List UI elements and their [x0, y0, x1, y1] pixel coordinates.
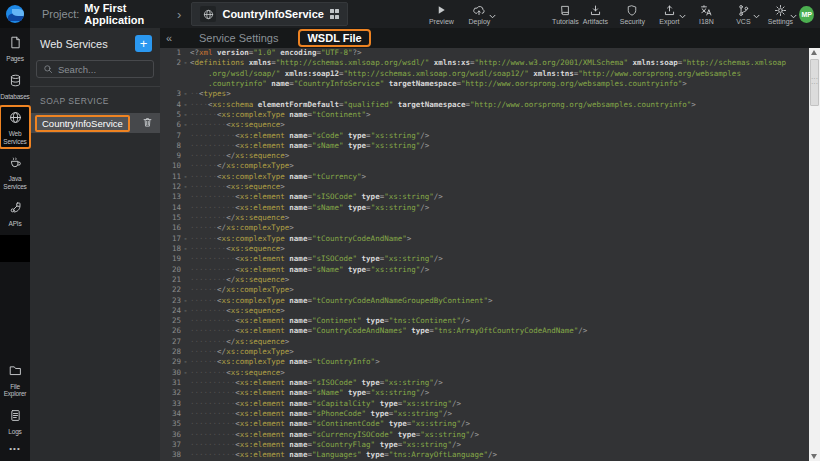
- app-logo[interactable]: [0, 0, 30, 28]
- code-line: 12-········<xs:sequence>: [160, 182, 820, 192]
- service-tab-label: CountryInfoService: [222, 8, 323, 20]
- wavemaker-logo-icon: [6, 5, 24, 23]
- chevron-down-icon: [489, 5, 496, 23]
- code-line: 32··········<xs:element name="sName" typ…: [160, 388, 820, 398]
- sidebar-item-java-services[interactable]: Java Services: [0, 151, 30, 193]
- sidebar-item-databases[interactable]: Databases: [0, 69, 30, 104]
- preview-button[interactable]: Preview: [426, 0, 456, 28]
- tab-wsdl-file[interactable]: WSDL File: [298, 29, 370, 47]
- project-breadcrumb: Project: My First Application ›: [42, 2, 181, 26]
- deploy-button[interactable]: Deploy: [464, 0, 494, 28]
- code-line: 24-········<xs:sequence>: [160, 306, 820, 316]
- settings-button[interactable]: Settings: [765, 0, 795, 28]
- code-line: 28······</xs:complexType>: [160, 347, 820, 357]
- code-lines: 1<?xml version="1.0" encoding="UTF-8"?>2…: [160, 48, 820, 461]
- scrollbar-thumb[interactable]: [810, 59, 819, 106]
- chevron-down-icon: [753, 5, 760, 23]
- web-services-icon: [9, 110, 22, 128]
- service-name[interactable]: CountryInfoService: [35, 115, 130, 132]
- tutorials-icon: [559, 4, 571, 17]
- soap-service-section-label: SOAP SERVICE: [30, 87, 160, 113]
- code-line: 29-······<xs:complexType name="tCountryI…: [160, 357, 820, 367]
- artifacts-icon: [589, 4, 602, 17]
- code-line: 20··········<xs:element name="sName" typ…: [160, 265, 820, 275]
- project-label: Project:: [42, 8, 79, 20]
- header-right-actions: Artifacts Security Export: [580, 0, 795, 28]
- vcs-button[interactable]: VCS: [728, 0, 758, 28]
- code-line: 1<?xml version="1.0" encoding="UTF-8"?>: [160, 48, 820, 58]
- code-line: 7··········<xs:element name="sCode" type…: [160, 131, 820, 141]
- security-icon: [626, 4, 638, 17]
- code-line: 37··········<xs:element name="sCountryFl…: [160, 440, 820, 450]
- panel-header: Web Services +: [30, 28, 160, 58]
- service-list-item[interactable]: CountryInfoService: [30, 113, 160, 133]
- code-line: 3-··<types>: [160, 89, 820, 99]
- code-editor-area[interactable]: 1<?xml version="1.0" encoding="UTF-8"?>2…: [160, 48, 820, 461]
- user-avatar[interactable]: MP: [799, 6, 814, 23]
- code-line: 25··········<xs:element name="Continent"…: [160, 316, 820, 326]
- export-button[interactable]: Export: [654, 0, 684, 28]
- code-line: 9········</xs:sequence>: [160, 151, 820, 161]
- sidebar-item-apis[interactable]: APIs: [0, 196, 30, 231]
- code-line: 10······</xs:complexType>: [160, 161, 820, 171]
- code-line: 19··········<xs:element name="sISOCode" …: [160, 254, 820, 264]
- i18n-translate-icon: [699, 4, 713, 17]
- tutorials-button[interactable]: Tutorials: [550, 0, 580, 28]
- code-line: 38··········<xs:element name="Languages"…: [160, 450, 820, 460]
- chevron-down-icon: [679, 5, 686, 23]
- scroll-down-arrow[interactable]: [811, 454, 817, 459]
- code-line: 23-······<xs:complexType name="tCountryC…: [160, 296, 820, 306]
- header-left-actions: Preview Deploy Tutorials: [426, 0, 580, 28]
- top-header-bar: Project: My First Application › CountryI…: [0, 0, 820, 28]
- code-line: 15········</xs:sequence>: [160, 213, 820, 223]
- code-line: .org/wsdl/soap/" xmlns:soap12="http://sc…: [160, 69, 820, 79]
- apis-icon: [9, 200, 22, 218]
- code-line: 13··········<xs:element name="sISOCode" …: [160, 192, 820, 202]
- code-line: 33··········<xs:element name="sCapitalCi…: [160, 399, 820, 409]
- export-icon: [663, 4, 676, 17]
- code-line: 5-······<xs:complexType name="tContinent…: [160, 110, 820, 120]
- chevron-right-icon[interactable]: ›: [177, 7, 181, 22]
- collapse-panel-icon[interactable]: «: [163, 32, 175, 44]
- trash-icon[interactable]: [142, 114, 153, 132]
- java-services-icon: [9, 155, 22, 173]
- scroll-up-arrow[interactable]: [811, 50, 817, 55]
- search-icon: [43, 60, 53, 78]
- vertical-scrollbar[interactable]: [809, 48, 820, 461]
- open-service-tab[interactable]: CountryInfoService: [191, 2, 348, 26]
- artifacts-button[interactable]: Artifacts: [580, 0, 610, 28]
- code-line: 27········</xs:sequence>: [160, 337, 820, 347]
- code-line: 26··········<xs:element name="CountryCod…: [160, 326, 820, 336]
- code-line: 36··········<xs:element name="sCurrencyI…: [160, 430, 820, 440]
- grid-icon[interactable]: [330, 9, 340, 19]
- vcs-branch-icon: [737, 4, 750, 17]
- sidebar-item-file-explorer[interactable]: File Explorer: [0, 359, 30, 401]
- globe-icon: [200, 6, 216, 22]
- code-line: 11-······<xs:complexType name="tCurrency…: [160, 172, 820, 182]
- wsdl-editor: « Service Settings WSDL File 1<?xml vers…: [160, 28, 820, 461]
- sidebar-item-pages[interactable]: Pages: [0, 31, 30, 66]
- add-service-button[interactable]: +: [135, 35, 152, 52]
- sidebar-item-web-services[interactable]: Web Services: [0, 106, 30, 148]
- code-line: 31··········<xs:element name="sISOCode" …: [160, 378, 820, 388]
- service-search-box[interactable]: [36, 60, 154, 78]
- chevron-down-icon: [790, 5, 797, 23]
- security-button[interactable]: Security: [617, 0, 647, 28]
- code-line: 21········</xs:sequence>: [160, 275, 820, 285]
- editor-tab-bar: « Service Settings WSDL File: [160, 28, 820, 48]
- pages-icon: [9, 35, 22, 53]
- code-line: 17-······<xs:complexType name="tCountryC…: [160, 234, 820, 244]
- search-input[interactable]: [58, 64, 148, 75]
- code-line: 2-<definitions xmlns="http://schemas.xml…: [160, 58, 820, 68]
- file-explorer-icon: [9, 363, 22, 381]
- tab-service-settings[interactable]: Service Settings: [199, 32, 278, 44]
- sidebar-item-logs[interactable]: Logs: [0, 404, 30, 439]
- code-line: 4-····<xs:schema elementFormDefault="qua…: [160, 100, 820, 110]
- code-line: 35··········<xs:element name="sContinent…: [160, 419, 820, 429]
- sidebar-more-button[interactable]: •••: [9, 438, 20, 461]
- wavemaker-studio-window: Project: My First Application › CountryI…: [0, 0, 820, 461]
- code-line: 22······</xs:complexType>: [160, 285, 820, 295]
- i18n-button[interactable]: I18N: [691, 0, 721, 28]
- web-services-panel: Web Services + SOAP SERVICE CountryInfoS…: [30, 28, 160, 461]
- code-line: 6-········<xs:sequence>: [160, 120, 820, 130]
